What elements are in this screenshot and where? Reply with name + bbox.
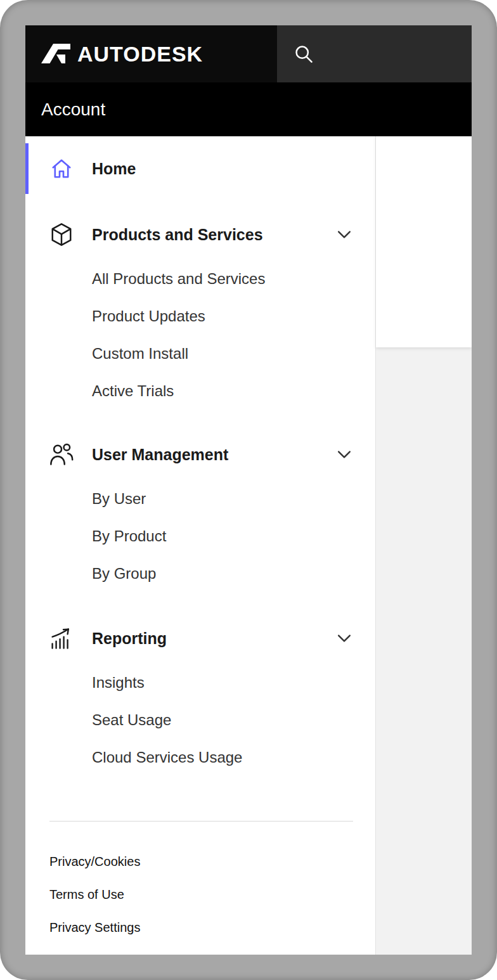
nav-subitem-product-updates[interactable]: Product Updates <box>25 297 375 335</box>
chevron-down-icon[interactable] <box>337 634 351 643</box>
content-white-panel <box>376 136 472 347</box>
nav-subitem-by-product[interactable]: By Product <box>25 517 375 555</box>
device-frame: AUTODESK Account <box>0 0 497 980</box>
top-header: AUTODESK <box>25 25 472 82</box>
search-icon <box>294 44 314 64</box>
footer-link-terms-of-use[interactable]: Terms of Use <box>25 878 375 911</box>
nav-item-label: Home <box>92 160 136 178</box>
page-content-behind-drawer <box>376 136 472 955</box>
page-body: Home Products and Services <box>25 136 472 955</box>
nav-subitem-active-trials[interactable]: Active Trials <box>25 372 375 409</box>
account-bar: Account <box>25 82 472 136</box>
bar-chart-icon <box>49 626 74 650</box>
nav-group-user-management: User Management By User By Product By Gr… <box>25 429 375 592</box>
nav-subitem-all-products-and-services[interactable]: All Products and Services <box>25 260 375 297</box>
nav-item-label: User Management <box>92 446 228 464</box>
nav-item-user-management[interactable]: User Management <box>25 429 375 480</box>
nav-subitem-insights[interactable]: Insights <box>25 664 375 701</box>
nav-item-label: Products and Services <box>92 226 263 244</box>
chevron-down-icon[interactable] <box>337 450 351 459</box>
nav-drawer: Home Products and Services <box>25 136 376 955</box>
nav-item-home[interactable]: Home <box>25 143 375 194</box>
app-screen: AUTODESK Account <box>25 25 472 955</box>
nav-subitem-by-user[interactable]: By User <box>25 480 375 517</box>
nav-subitem-custom-install[interactable]: Custom Install <box>25 335 375 372</box>
page-title: Account <box>41 100 105 120</box>
nav-subitem-by-group[interactable]: By Group <box>25 555 375 592</box>
autodesk-logo-icon <box>41 43 70 65</box>
nav-item-products-and-services[interactable]: Products and Services <box>25 209 375 260</box>
home-icon <box>49 157 74 181</box>
nav-group-reporting: Reporting Insights Seat Usage Cloud Serv… <box>25 613 375 776</box>
footer-link-privacy-cookies[interactable]: Privacy/Cookies <box>25 845 375 878</box>
nav-group-products-and-services: Products and Services All Products and S… <box>25 209 375 409</box>
autodesk-logo[interactable]: AUTODESK <box>25 25 277 82</box>
cube-icon <box>49 222 74 247</box>
chevron-down-icon[interactable] <box>337 230 351 239</box>
nav-subitem-seat-usage[interactable]: Seat Usage <box>25 701 375 738</box>
users-icon <box>49 442 74 467</box>
nav-divider <box>49 821 353 822</box>
nav-item-reporting[interactable]: Reporting <box>25 613 375 664</box>
autodesk-logo-text: AUTODESK <box>77 42 203 67</box>
footer-link-privacy-settings[interactable]: Privacy Settings <box>25 911 375 944</box>
nav-item-label: Reporting <box>92 629 167 648</box>
nav-subitem-cloud-services-usage[interactable]: Cloud Services Usage <box>25 738 375 776</box>
search-button[interactable] <box>277 25 472 82</box>
